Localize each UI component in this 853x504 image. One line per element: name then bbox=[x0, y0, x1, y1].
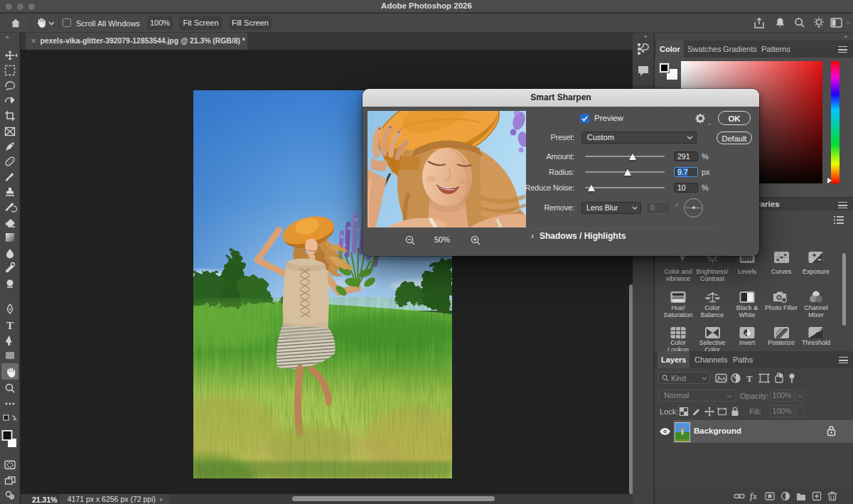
svg-text:fx: fx bbox=[750, 491, 757, 501]
svg-text:T: T bbox=[6, 320, 14, 331]
svg-text:T: T bbox=[746, 373, 753, 384]
